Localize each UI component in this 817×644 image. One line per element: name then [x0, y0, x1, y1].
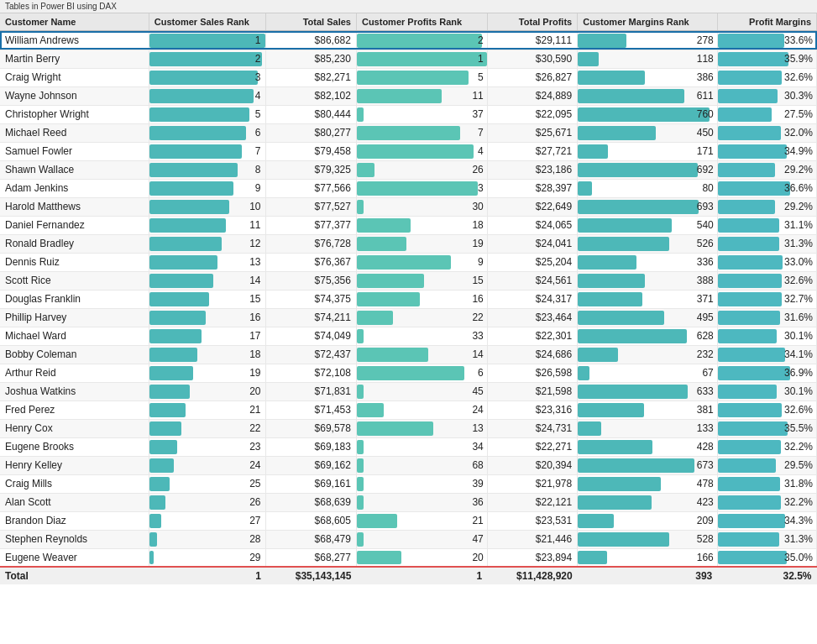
cell-sales-rank: 1: [149, 31, 266, 50]
title-text: Tables in Power BI using DAX: [5, 2, 117, 11]
table-row[interactable]: Ronald Bradley 12 $76,728 19 $24,041 526…: [0, 234, 817, 253]
cell-margins-rank: 673: [578, 456, 718, 474]
cell-profits-rank: 7: [356, 123, 487, 142]
cell-total-profits: $24,889: [487, 86, 577, 105]
cell-total-profits: $23,531: [487, 511, 577, 530]
table-row[interactable]: Michael Ward 17 $74,049 33 $22,301 628 3…: [0, 327, 817, 345]
table-row[interactable]: Christopher Wright 5 $80,444 37 $22,095 …: [0, 105, 817, 123]
cell-profits-rank: 2: [356, 31, 487, 50]
table-row[interactable]: Wayne Johnson 4 $82,102 11 $24,889 611 3…: [0, 86, 817, 105]
cell-name: Scott Rice: [0, 271, 149, 290]
table-row[interactable]: Arthur Reid 19 $72,108 6 $26,598 67 36.9…: [0, 364, 817, 382]
table-row[interactable]: Henry Kelley 24 $69,162 68 $20,394 673 2…: [0, 456, 817, 474]
cell-profit-margins: 34.9%: [717, 142, 816, 160]
table-row[interactable]: Harold Matthews 10 $77,527 30 $22,649 69…: [0, 197, 817, 216]
cell-profit-margins: 35.9%: [717, 50, 816, 68]
cell-total-sales: $69,161: [266, 474, 356, 493]
cell-total-sales: $80,444: [266, 105, 356, 123]
header-sales-rank[interactable]: Customer Sales Rank: [149, 13, 266, 31]
table-row[interactable]: Henry Cox 22 $69,578 13 $24,731 133 35.5…: [0, 419, 817, 437]
cell-sales-rank: 18: [149, 345, 266, 364]
table-row[interactable]: Shawn Wallace 8 $79,325 26 $23,186 692 2…: [0, 160, 817, 179]
data-table: Customer Name Customer Sales Rank Total …: [0, 13, 817, 584]
cell-profits-rank: 19: [356, 234, 487, 253]
cell-name: Craig Wright: [0, 68, 149, 86]
footer-total-profits: $11,428,920: [487, 567, 577, 584]
table-row[interactable]: Fred Perez 21 $71,453 24 $23,316 381 32.…: [0, 401, 817, 419]
cell-total-sales: $75,356: [266, 271, 356, 290]
header-total-sales[interactable]: Total Sales: [266, 13, 356, 31]
footer-profits-rank: 1: [356, 567, 487, 584]
cell-total-profits: $21,598: [487, 382, 577, 401]
cell-profits-rank: 4: [356, 142, 487, 160]
cell-total-profits: $22,301: [487, 327, 577, 345]
cell-profit-margins: 32.6%: [717, 68, 816, 86]
cell-total-sales: $80,277: [266, 123, 356, 142]
cell-total-sales: $76,728: [266, 234, 356, 253]
cell-name: Fred Perez: [0, 401, 149, 419]
table-row[interactable]: Dennis Ruiz 13 $76,367 9 $25,204 336 33.…: [0, 253, 817, 271]
header-profits-rank[interactable]: Customer Profits Rank: [356, 13, 487, 31]
cell-name: Stephen Reynolds: [0, 530, 149, 548]
cell-sales-rank: 6: [149, 123, 266, 142]
table-row[interactable]: Daniel Fernandez 11 $77,377 18 $24,065 5…: [0, 216, 817, 234]
cell-sales-rank: 21: [149, 401, 266, 419]
table-row[interactable]: Michael Reed 6 $80,277 7 $25,671 450 32.…: [0, 123, 817, 142]
cell-name: Craig Mills: [0, 474, 149, 493]
table-body: William Andrews 1 $86,682 2 $29,111 278 …: [0, 31, 817, 567]
cell-margins-rank: 80: [578, 179, 718, 197]
cell-sales-rank: 29: [149, 548, 266, 567]
table-row[interactable]: Craig Mills 25 $69,161 39 $21,978 478 31…: [0, 474, 817, 493]
table-row[interactable]: Douglas Franklin 15 $74,375 16 $24,317 3…: [0, 290, 817, 308]
table-row[interactable]: Adam Jenkins 9 $77,566 3 $28,397 80 36.6…: [0, 179, 817, 197]
header-margins-rank[interactable]: Customer Margins Rank: [578, 13, 718, 31]
cell-sales-rank: 17: [149, 327, 266, 345]
cell-total-profits: $24,731: [487, 419, 577, 437]
table-row[interactable]: Eugene Weaver 29 $68,277 20 $23,894 166 …: [0, 548, 817, 567]
cell-sales-rank: 16: [149, 308, 266, 327]
cell-total-profits: $26,598: [487, 364, 577, 382]
cell-profits-rank: 33: [356, 327, 487, 345]
cell-total-profits: $27,721: [487, 142, 577, 160]
table-container: Customer Name Customer Sales Rank Total …: [0, 13, 817, 642]
table-row[interactable]: Phillip Harvey 16 $74,211 22 $23,464 495…: [0, 308, 817, 327]
table-row[interactable]: Alan Scott 26 $68,639 36 $22,121 423 32.…: [0, 493, 817, 511]
header-profit-margins[interactable]: Profit Margins: [717, 13, 816, 31]
cell-sales-rank: 27: [149, 511, 266, 530]
cell-profit-margins: 30.3%: [717, 86, 816, 105]
cell-total-sales: $77,566: [266, 179, 356, 197]
table-row[interactable]: Joshua Watkins 20 $71,831 45 $21,598 633…: [0, 382, 817, 401]
header-total-profits[interactable]: Total Profits: [487, 13, 577, 31]
table-row[interactable]: Craig Wright 3 $82,271 5 $26,827 386 32.…: [0, 68, 817, 86]
cell-profit-margins: 31.1%: [717, 216, 816, 234]
cell-margins-rank: 133: [578, 419, 718, 437]
table-row[interactable]: Stephen Reynolds 28 $68,479 47 $21,446 5…: [0, 530, 817, 548]
table-row[interactable]: William Andrews 1 $86,682 2 $29,111 278 …: [0, 31, 817, 50]
cell-total-sales: $71,831: [266, 382, 356, 401]
cell-margins-rank: 628: [578, 327, 718, 345]
cell-profits-rank: 47: [356, 530, 487, 548]
table-row[interactable]: Bobby Coleman 18 $72,437 14 $24,686 232 …: [0, 345, 817, 364]
cell-margins-rank: 388: [578, 271, 718, 290]
cell-total-profits: $22,121: [487, 493, 577, 511]
cell-profits-rank: 16: [356, 290, 487, 308]
cell-total-profits: $24,317: [487, 290, 577, 308]
table-row[interactable]: Eugene Brooks 23 $69,183 34 $22,271 428 …: [0, 437, 817, 456]
cell-total-sales: $68,639: [266, 493, 356, 511]
table-row[interactable]: Brandon Diaz 27 $68,605 21 $23,531 209 3…: [0, 511, 817, 530]
cell-total-profits: $23,186: [487, 160, 577, 179]
table-row[interactable]: Scott Rice 14 $75,356 15 $24,561 388 32.…: [0, 271, 817, 290]
cell-sales-rank: 25: [149, 474, 266, 493]
cell-margins-rank: 166: [578, 548, 718, 567]
cell-total-profits: $23,464: [487, 308, 577, 327]
cell-margins-rank: 278: [578, 31, 718, 50]
table-row[interactable]: Samuel Fowler 7 $79,458 4 $27,721 171 34…: [0, 142, 817, 160]
cell-profit-margins: 32.2%: [717, 437, 816, 456]
cell-total-sales: $68,479: [266, 530, 356, 548]
header-name[interactable]: Customer Name: [0, 13, 149, 31]
cell-total-profits: $23,316: [487, 401, 577, 419]
table-row[interactable]: Martin Berry 2 $85,230 1 $30,590 118 35.…: [0, 50, 817, 68]
cell-profit-margins: 32.0%: [717, 123, 816, 142]
cell-total-sales: $74,211: [266, 308, 356, 327]
cell-name: Samuel Fowler: [0, 142, 149, 160]
